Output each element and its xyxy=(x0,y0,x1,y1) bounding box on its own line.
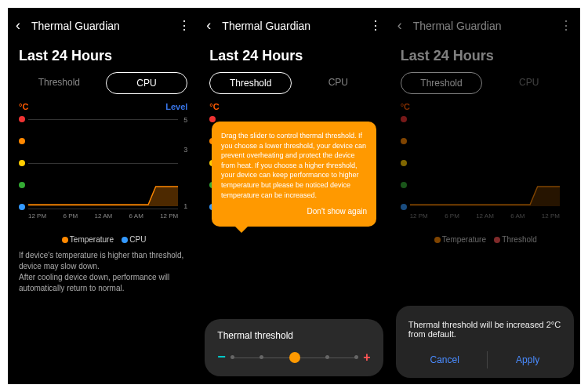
tab-threshold[interactable]: Threshold xyxy=(209,72,292,94)
menu-icon[interactable]: ⋮ xyxy=(560,18,572,33)
chart: 5 3 1 12 PM 6 PM 12 AM 6 AM 12 PM xyxy=(19,116,187,234)
unit-label: °C xyxy=(401,102,410,111)
back-icon[interactable]: ‹ xyxy=(397,17,413,34)
confirm-dialog: Thermal threshold will be increased 2°C … xyxy=(396,306,574,378)
tab-cpu[interactable]: CPU xyxy=(488,72,569,94)
apply-button[interactable]: Apply xyxy=(500,351,555,368)
screen-threshold-dialog: ‹ Thermal Guardian ⋮ Last 24 Hours Thres… xyxy=(390,8,580,384)
unit-label: °C xyxy=(209,102,219,111)
menu-icon[interactable]: ⋮ xyxy=(178,18,191,33)
app-title: Thermal Guardian xyxy=(413,20,560,32)
temperature-line xyxy=(28,183,178,206)
unit-label: °C xyxy=(19,102,28,111)
tab-cpu[interactable]: CPU xyxy=(106,72,188,94)
app-title: Thermal Guardian xyxy=(31,20,178,32)
slider-thumb[interactable] xyxy=(289,352,300,363)
tooltip-dismiss[interactable]: Don't show again xyxy=(221,206,367,217)
level-dot-orange xyxy=(19,138,25,144)
slider-title: Thermal threshold xyxy=(217,330,370,341)
cancel-button[interactable]: Cancel xyxy=(414,351,474,368)
level-dot-red xyxy=(19,116,25,122)
level-dot-green xyxy=(19,182,25,188)
screen-threshold-tooltip: ‹ Thermal Guardian ⋮ Last 24 Hours Thres… xyxy=(198,8,389,384)
page-heading: Last 24 Hours xyxy=(390,43,580,72)
tab-threshold[interactable]: Threshold xyxy=(401,72,483,94)
info-text: If device's temperature is higher than t… xyxy=(8,245,198,299)
level-dot-blue xyxy=(19,204,25,210)
page-heading: Last 24 Hours xyxy=(198,43,389,72)
tab-threshold[interactable]: Threshold xyxy=(19,72,100,94)
temperature-line xyxy=(410,183,560,206)
tooltip: Drag the slider to control thermal thres… xyxy=(212,122,376,227)
level-label: Level xyxy=(165,102,187,111)
thermal-slider[interactable]: − + xyxy=(217,349,370,365)
level-dot-yellow xyxy=(19,160,25,166)
menu-icon[interactable]: ⋮ xyxy=(369,18,382,33)
minus-icon[interactable]: − xyxy=(217,349,226,365)
dialog-text: Thermal threshold will be increased 2°C … xyxy=(408,320,561,339)
tab-cpu[interactable]: CPU xyxy=(298,72,379,94)
legend: Temperature CPU xyxy=(8,234,198,245)
app-title: Thermal Guardian xyxy=(222,20,368,32)
legend: Temperature Threshold xyxy=(390,234,580,245)
screen-cpu: ‹ Thermal Guardian ⋮ Last 24 Hours Thres… xyxy=(8,8,198,384)
page-heading: Last 24 Hours xyxy=(8,43,198,72)
plus-icon[interactable]: + xyxy=(363,350,370,365)
slider-panel: Thermal threshold − + xyxy=(205,319,383,376)
back-icon[interactable]: ‹ xyxy=(206,17,222,34)
back-icon[interactable]: ‹ xyxy=(16,17,31,34)
chart: 12 PM 6 PM 12 AM 6 AM 12 PM xyxy=(401,116,569,234)
